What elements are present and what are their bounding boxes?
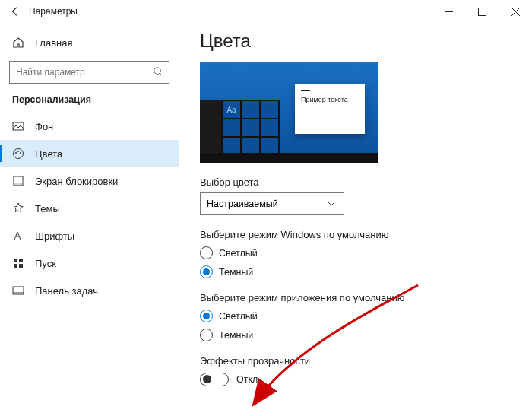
home-icon xyxy=(12,37,24,49)
lockscreen-icon xyxy=(12,175,24,187)
search-icon xyxy=(153,66,163,80)
sidebar-item-fonts[interactable]: Шрифты xyxy=(9,222,169,249)
home-nav[interactable]: Главная xyxy=(9,29,169,56)
svg-rect-14 xyxy=(13,292,24,294)
sidebar-item-label: Экран блокировки xyxy=(35,176,118,187)
titlebar: Параметры xyxy=(0,0,532,23)
app-mode-light[interactable]: Светлый xyxy=(200,310,517,322)
preview-aa: Aa xyxy=(223,101,240,118)
maximize-button[interactable] xyxy=(465,0,499,23)
transparency-label: Эффекты прозрачности xyxy=(200,355,517,367)
sidebar-item-label: Шрифты xyxy=(35,230,74,242)
taskbar-icon xyxy=(12,284,24,297)
palette-icon xyxy=(12,148,24,160)
back-button[interactable] xyxy=(6,2,24,21)
svg-rect-9 xyxy=(14,259,17,262)
svg-point-3 xyxy=(14,149,24,159)
sidebar-item-colors[interactable]: Цвета xyxy=(0,140,179,167)
search-input[interactable] xyxy=(9,61,169,84)
svg-point-4 xyxy=(15,152,17,154)
sidebar-item-background[interactable]: Фон xyxy=(9,113,169,140)
svg-point-5 xyxy=(17,151,19,152)
windows-mode-light[interactable]: Светлый xyxy=(200,246,517,259)
preview-text: Пример текста xyxy=(301,96,359,103)
search-box[interactable] xyxy=(9,61,169,84)
svg-rect-0 xyxy=(478,8,486,15)
sidebar: Главная Персонализация Фон Цвета Экран б… xyxy=(0,23,179,416)
app-mode-dark[interactable]: Темный xyxy=(200,329,517,341)
sidebar-item-lockscreen[interactable]: Экран блокировки xyxy=(9,167,169,195)
windows-mode-dark[interactable]: Темный xyxy=(200,265,517,278)
svg-rect-8 xyxy=(14,183,23,186)
color-choice-value: Настраиваемый xyxy=(207,198,278,209)
svg-rect-12 xyxy=(19,264,23,268)
radio-icon xyxy=(200,329,213,341)
radio-icon xyxy=(200,265,213,278)
sidebar-item-label: Фон xyxy=(35,121,53,132)
sidebar-item-label: Панель задач xyxy=(35,285,98,297)
sidebar-item-taskbar[interactable]: Панель задач xyxy=(9,277,169,304)
svg-rect-10 xyxy=(19,259,23,262)
minimize-button[interactable] xyxy=(432,0,465,23)
transparency-toggle[interactable] xyxy=(200,373,229,386)
content: Цвета Aa Пример текста Выбор цвета Настр… xyxy=(179,23,532,416)
sidebar-item-label: Темы xyxy=(35,203,60,214)
radio-icon xyxy=(200,310,213,322)
sidebar-item-themes[interactable]: Темы xyxy=(9,195,169,222)
section-title: Персонализация xyxy=(9,94,169,105)
start-icon xyxy=(12,257,24,269)
sidebar-item-label: Пуск xyxy=(35,258,56,269)
sidebar-item-start[interactable]: Пуск xyxy=(9,249,169,277)
page-title: Цвета xyxy=(200,30,517,52)
color-choice-dropdown[interactable]: Настраиваемый xyxy=(200,192,344,215)
windows-mode-label: Выберите режим Windows по умолчанию xyxy=(200,229,517,240)
color-preview: Aa Пример текста xyxy=(200,62,378,163)
svg-point-6 xyxy=(20,152,21,154)
sidebar-item-label: Цвета xyxy=(35,148,62,160)
chevron-down-icon xyxy=(325,198,337,210)
close-button[interactable] xyxy=(499,0,532,23)
app-mode-label: Выберите режим приложения по умолчанию xyxy=(200,292,517,303)
themes-icon xyxy=(12,202,24,214)
svg-rect-11 xyxy=(14,264,17,268)
svg-rect-2 xyxy=(13,122,24,130)
window-title: Параметры xyxy=(29,6,78,17)
color-choice-label: Выбор цвета xyxy=(200,176,517,188)
fonts-icon xyxy=(12,230,24,242)
svg-point-1 xyxy=(154,68,161,75)
radio-icon xyxy=(200,246,213,259)
transparency-state: Откл. xyxy=(236,374,261,385)
picture-icon xyxy=(12,120,24,132)
home-label: Главная xyxy=(35,37,72,49)
